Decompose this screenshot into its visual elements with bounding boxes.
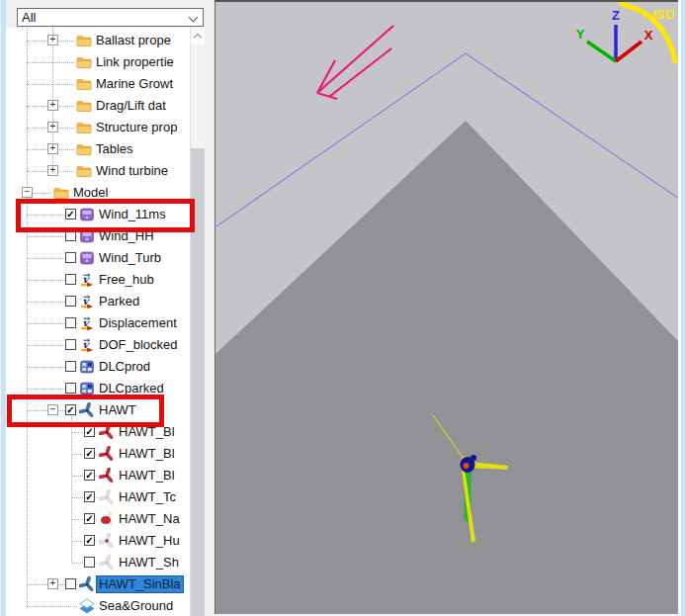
tree-item-label[interactable]: HAWT_Bl — [117, 468, 177, 484]
viewport-3d[interactable]: Z Y X ISO — [214, 0, 679, 614]
tree-item-label[interactable]: HAWT_Hu — [117, 533, 182, 549]
tree-row-marine-growt[interactable]: Marine Growt — [6, 73, 190, 95]
visibility-checkbox[interactable]: ✓ — [84, 513, 95, 524]
highlight-box-hawt — [7, 395, 164, 427]
scrollbar-up-button[interactable] — [191, 28, 205, 44]
tree-row-hawt-bl[interactable]: ✓HAWT_Bl — [6, 443, 190, 465]
object-filter-value: All — [22, 10, 36, 25]
tree-row-hawt-tc[interactable]: ✓HAWT_Tc — [6, 486, 190, 508]
model-browser-tree[interactable]: +Ballast propeLink propertieMarine Growt… — [6, 28, 190, 616]
annotation-arrow — [317, 26, 393, 99]
tree-row-structure-prop[interactable]: +Structure prop — [6, 117, 190, 138]
vector-icon: v — [79, 337, 95, 353]
highlight-box-wind-11ms — [16, 199, 195, 232]
visibility-checkbox[interactable] — [84, 557, 95, 568]
turbine-red-icon — [99, 446, 115, 462]
turbine-light-icon — [99, 555, 115, 571]
tree-item-label[interactable]: HAWT_Na — [117, 511, 182, 527]
tree-connector — [27, 62, 74, 63]
tree-row-drag-lift-dat[interactable]: +Drag/Lift dat — [6, 95, 190, 117]
visibility-checkbox[interactable] — [65, 296, 76, 307]
visibility-checkbox[interactable] — [65, 274, 76, 285]
visibility-checkbox[interactable] — [65, 383, 76, 394]
tree-row-tables[interactable]: +Tables — [6, 138, 190, 160]
visibility-checkbox[interactable]: ✓ — [84, 448, 95, 459]
tree-row-hawt-sinbla[interactable]: +HAWT_SinBla — [6, 573, 190, 595]
tree-scrollbar[interactable] — [190, 28, 205, 616]
folder-icon — [76, 76, 92, 92]
collapse-icon[interactable]: − — [22, 187, 33, 198]
tree-item-label[interactable]: HAWT_Sh — [117, 555, 181, 571]
tree-row-hawt-bl[interactable]: ✓HAWT_Bl — [6, 465, 190, 486]
tree-item-label[interactable]: Marine Growt — [94, 76, 175, 92]
tree-row-wind-turb[interactable]: Wind_Turb — [6, 247, 190, 269]
visibility-checkbox[interactable]: ✓ — [84, 535, 95, 546]
tree-item-label[interactable]: Displacement — [97, 315, 179, 331]
z-axis-label: Z — [612, 8, 620, 23]
tree-item-label[interactable]: Structure prop — [94, 120, 179, 135]
tree-row-hawt-na[interactable]: ✓HAWT_Na — [6, 508, 190, 530]
vector-icon: v — [79, 272, 95, 288]
tree-item-label[interactable]: DOF_blocked — [97, 337, 179, 353]
tree-item-label[interactable]: Wind turbine — [94, 163, 170, 179]
tree-item-label[interactable]: Sea&Ground — [97, 598, 175, 614]
expand-icon[interactable]: + — [47, 35, 58, 45]
tree-row-dof-blocked[interactable]: vDOF_blocked — [6, 334, 190, 356]
tree-row-ballast-prope[interactable]: +Ballast prope — [6, 30, 190, 51]
visibility-checkbox[interactable] — [65, 339, 76, 350]
tree-item-label[interactable]: HAWT_Bl — [117, 446, 177, 462]
visibility-checkbox[interactable] — [65, 252, 76, 263]
tree-row-dlcprod[interactable]: DLCprod — [6, 356, 190, 378]
tree-row-hawt-hu[interactable]: ✓HAWT_Hu — [6, 530, 190, 552]
seabed-surface — [215, 121, 679, 614]
chevron-down-icon — [189, 13, 199, 23]
expand-icon[interactable]: + — [47, 122, 58, 132]
axes-gizmo: Z Y X — [576, 8, 653, 61]
visibility-checkbox[interactable]: ✓ — [84, 491, 95, 502]
folder-icon — [76, 141, 92, 157]
tree-row-displacement[interactable]: vDisplacement — [6, 312, 190, 334]
turbine-hub-dot — [464, 463, 470, 469]
tree-row-link-propertie[interactable]: Link propertie — [6, 51, 190, 73]
expand-icon[interactable]: + — [47, 100, 58, 111]
wind-icon — [79, 250, 95, 266]
tree-item-label[interactable]: HAWT_SinBla — [97, 576, 183, 592]
tree-item-label[interactable]: Wind_Turb — [97, 250, 163, 266]
turbine-red-icon — [99, 468, 115, 484]
tree-item-label[interactable]: Parked — [97, 294, 141, 309]
y-axis — [587, 42, 616, 61]
window-right-border — [681, 0, 686, 616]
tree-item-label[interactable]: Free_hub — [97, 272, 156, 288]
visibility-checkbox[interactable] — [65, 361, 76, 372]
expand-icon[interactable]: + — [47, 165, 58, 176]
visibility-checkbox[interactable] — [65, 317, 76, 328]
visibility-checkbox[interactable]: ✓ — [84, 426, 95, 437]
visibility-checkbox[interactable] — [65, 578, 76, 589]
tree-row-free-hub[interactable]: vFree_hub — [6, 269, 190, 291]
tree-row-wind-turbine[interactable]: +Wind turbine — [6, 160, 190, 182]
expand-icon[interactable]: + — [47, 143, 58, 154]
tree-item-label[interactable]: Ballast prope — [94, 33, 173, 48]
tree-row-parked[interactable]: vParked — [6, 291, 190, 312]
tree-connector — [27, 84, 74, 85]
tree-item-label[interactable]: Drag/Lift dat — [94, 98, 168, 114]
tree-row-hawt-sh[interactable]: HAWT_Sh — [6, 552, 190, 573]
dlc-icon — [79, 359, 95, 375]
folder-icon — [76, 33, 92, 48]
vector-icon: v — [79, 315, 95, 331]
turbine-hub-icon — [99, 533, 115, 549]
tree-item-label[interactable]: DLCprod — [97, 359, 152, 375]
expand-icon[interactable]: + — [47, 578, 58, 589]
tree-item-label[interactable]: HAWT_Tc — [117, 489, 178, 505]
tree-row-sea-ground[interactable]: Sea&Ground — [6, 595, 190, 616]
vector-icon: v — [79, 294, 95, 309]
layers-icon — [79, 598, 95, 614]
folder-icon — [76, 98, 92, 114]
visibility-checkbox[interactable]: ✓ — [84, 470, 95, 481]
tree-item-label[interactable]: Tables — [94, 141, 135, 157]
x-axis — [616, 42, 642, 61]
object-filter-dropdown[interactable]: All — [17, 8, 204, 27]
turbine-blue-icon — [79, 576, 95, 592]
tree-item-label[interactable]: Link propertie — [94, 54, 176, 70]
turbine-light-icon — [99, 489, 115, 505]
